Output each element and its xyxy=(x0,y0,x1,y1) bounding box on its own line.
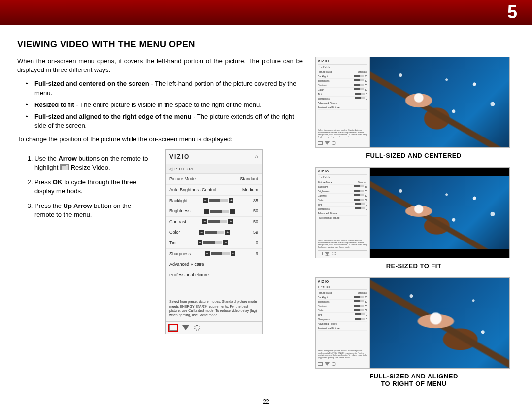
transition-paragraph: To change the position of the picture wh… xyxy=(17,135,303,144)
mini-osd: VIZIO PICTURE Picture ModeStandardBackli… xyxy=(316,278,370,368)
display-mode-item: Resized to fit - The entire picture is v… xyxy=(34,101,303,109)
right-column: VIZIO PICTURE Picture ModeStandardBackli… xyxy=(315,57,512,395)
instruction-step: Press OK to cycle through the three disp… xyxy=(34,178,155,196)
osd-brand: VIZIO xyxy=(169,153,190,161)
chapter-number: 5 xyxy=(507,2,517,23)
mini-osd: VIZIO PICTURE Picture ModeStandardBackli… xyxy=(316,168,370,258)
display-mode-item: Full-sized and centered on the screen - … xyxy=(34,79,303,97)
resize-video-icon xyxy=(60,164,69,170)
video-thumbnail xyxy=(370,57,509,147)
osd-submenu-row: Professional Picture xyxy=(166,270,262,281)
osd-row: Picture ModeStandard xyxy=(166,174,262,185)
display-modes-list: Full-sized and centered on the screen - … xyxy=(17,79,303,130)
osd-hint-text: Select from preset picture modes. Standa… xyxy=(166,295,262,321)
osd-slider-row: Color−+59 xyxy=(166,227,262,238)
steps-list: Use the Arrow buttons on the remote to h… xyxy=(17,154,155,220)
example-aligned-right: VIZIO PICTURE Picture ModeStandardBackli… xyxy=(315,277,510,369)
page-number: 22 xyxy=(17,398,515,405)
section-heading: VIEWING VIDEO WITH THE MENU OPEN xyxy=(17,39,515,50)
osd-slider-row: Sharpness−+9 xyxy=(166,249,262,260)
page-body: VIEWING VIDEO WITH THE MENU OPEN When th… xyxy=(0,25,532,410)
instruction-step: Press the Up Arrow button on the remote … xyxy=(34,202,155,219)
osd-slider-row: Contrast−+50 xyxy=(166,217,262,228)
mini-osd: VIZIO PICTURE Picture ModeStandardBackli… xyxy=(316,57,370,147)
osd-footer-icons xyxy=(166,321,262,334)
caption-resized: RE-SIZED TO FIT xyxy=(315,262,512,270)
chevron-down-icon xyxy=(182,325,189,330)
video-thumbnail xyxy=(370,278,509,368)
home-icon: ⌂ xyxy=(255,153,258,160)
caption-centered: FULL-SIZED AND CENTERED xyxy=(315,152,512,159)
osd-slider-row: Brightness−+50 xyxy=(166,206,262,217)
osd-slider-row: Tint−+0 xyxy=(166,238,262,249)
osd-submenu-row: Advanced Picture xyxy=(166,259,262,270)
gear-icon xyxy=(194,325,200,331)
video-thumbnail xyxy=(370,176,509,248)
caption-aligned: FULL-SIZED AND ALIGNED TO RIGHT OF MENU xyxy=(315,373,512,387)
chapter-header-bar: 5 xyxy=(0,0,532,25)
osd-category: PICTURE xyxy=(174,167,195,171)
left-column: When the on-screen menu opens, it covers… xyxy=(17,57,303,395)
display-mode-item: Full-sized and aligned to the right edge… xyxy=(34,112,303,130)
instruction-step: Use the Arrow buttons on the remote to h… xyxy=(34,154,155,172)
back-chevron-icon: ◁ xyxy=(169,167,174,171)
intro-paragraph: When the on-screen menu opens, it covers… xyxy=(17,57,303,74)
osd-slider-row: Backlight−+85 xyxy=(166,196,262,206)
resize-video-icon xyxy=(169,325,177,331)
osd-row: Auto Brightness ControlMedium xyxy=(166,185,262,196)
example-resized: VIZIO PICTURE Picture ModeStandardBackli… xyxy=(315,167,510,258)
osd-picture-menu: VIZIO ⌂ ◁ PICTURE Picture ModeStandardAu… xyxy=(165,149,263,334)
example-full-centered: VIZIO PICTURE Picture ModeStandardBackli… xyxy=(315,57,510,148)
